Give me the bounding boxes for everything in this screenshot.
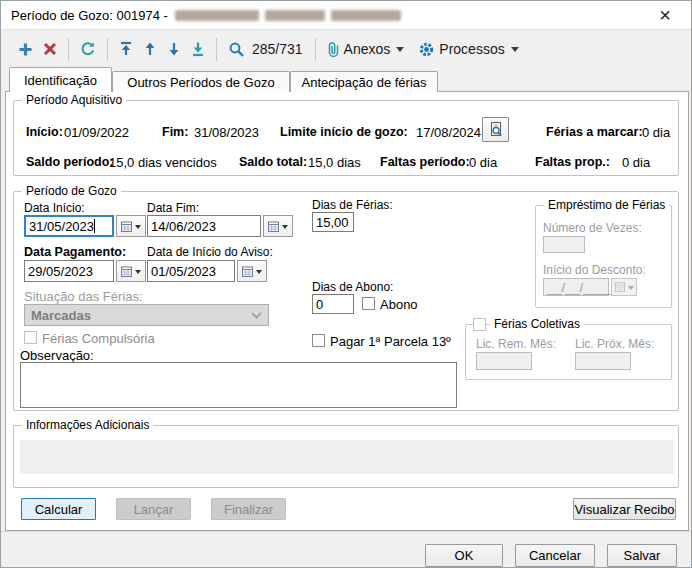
text-caret — [94, 219, 95, 233]
search-button[interactable] — [223, 36, 250, 62]
observacao-textarea[interactable] — [20, 362, 457, 408]
data-pagamento-field[interactable]: 29/05/2023 — [24, 260, 114, 282]
faltas-prop-label: Faltas prop.: — [535, 155, 610, 169]
finalizar-button: Finalizar — [211, 498, 286, 520]
dias-ferias-value: 15,00 — [316, 215, 349, 230]
processos-dropdown[interactable]: Processos — [413, 36, 527, 62]
data-fim-value: 14/06/2023 — [151, 219, 216, 234]
gear-icon — [418, 41, 435, 58]
salvar-button[interactable]: Salvar — [607, 544, 677, 567]
tab-outros-periodos[interactable]: Outros Períodos de Gozo — [112, 71, 290, 92]
data-inicio-label: Data Início: — [24, 201, 85, 215]
chevron-down-icon — [251, 312, 262, 319]
ferias-marcar-label: Férias a marcar: — [546, 125, 643, 139]
saldo-total-label: Saldo total: — [239, 155, 307, 169]
data-inicio-calendar-button[interactable] — [116, 215, 146, 237]
limite-gozo-label: Limite início de gozo: — [280, 125, 408, 139]
situacao-ferias-value: Marcadas — [31, 308, 91, 323]
delete-button[interactable] — [38, 36, 62, 62]
last-record-icon — [191, 41, 205, 57]
tab-identificacao[interactable]: Identificação — [9, 67, 112, 92]
cancelar-button[interactable]: Cancelar — [515, 544, 595, 567]
refresh-button[interactable] — [75, 36, 101, 62]
chevron-down-icon — [135, 225, 141, 232]
calendar-icon — [615, 282, 625, 292]
fim-value: 31/08/2023 — [194, 125, 259, 140]
next-record-button[interactable] — [162, 36, 186, 62]
inicio-desconto-calendar-button — [611, 278, 637, 296]
inicio-label: Início: — [26, 125, 63, 139]
data-pagamento-label: Data Pagamento: — [24, 245, 126, 259]
add-button[interactable] — [13, 36, 38, 62]
lic-prox-mes-field — [575, 352, 631, 370]
group-title: Período Aquisitivo — [22, 93, 126, 107]
dias-abono-field[interactable]: 0 — [312, 294, 354, 314]
close-button[interactable]: × — [653, 3, 677, 27]
calendar-icon — [121, 221, 132, 232]
lic-rem-mes-label: Lic. Rem. Mês: — [476, 337, 556, 351]
pagar-parcela-13-checkbox[interactable] — [312, 334, 325, 347]
saldo-periodo-label: Saldo período: — [26, 155, 114, 169]
toolbar-separator — [107, 38, 108, 61]
emprestimo-ferias-group: Empréstimo de Férias Número de Vezes: In… — [535, 205, 672, 308]
ok-button[interactable]: OK — [425, 544, 503, 567]
numero-vezes-label: Número de Vezes: — [543, 221, 642, 235]
saldo-periodo-value: 15,0 dias vencidos — [109, 155, 217, 170]
calendar-icon — [242, 266, 253, 277]
data-inicio-value: 31/05/2023 — [29, 219, 94, 234]
chevron-down-icon — [135, 270, 141, 277]
data-aviso-calendar-button[interactable] — [237, 260, 267, 282]
abono-checkbox[interactable] — [362, 297, 375, 310]
data-fim-calendar-button[interactable] — [263, 215, 293, 237]
data-inicio-field[interactable]: 31/05/2023 — [24, 215, 114, 237]
calendar-icon — [121, 266, 132, 277]
toolbar-separator — [315, 38, 316, 61]
previous-record-button[interactable] — [138, 36, 162, 62]
data-aviso-field[interactable]: 01/05/2023 — [147, 260, 235, 282]
refresh-icon — [80, 41, 96, 57]
data-fim-field[interactable]: 14/06/2023 — [147, 215, 261, 237]
data-pagamento-calendar-button[interactable] — [116, 260, 146, 282]
footer-bar: OK Cancelar Salvar — [1, 531, 691, 568]
previous-record-icon — [143, 41, 157, 57]
last-record-button[interactable] — [186, 36, 210, 62]
next-record-icon — [167, 41, 181, 57]
data-aviso-value: 01/05/2023 — [151, 264, 216, 279]
tab-strip: Identificação Outros Períodos de Gozo An… — [9, 67, 438, 92]
title-bar: Período de Gozo: 001974 - × — [1, 1, 691, 30]
chevron-down-icon — [256, 270, 262, 277]
limite-gozo-value: 17/08/2024 — [416, 125, 481, 140]
pagar-parcela-13-label: Pagar 1ª Parcela 13º — [330, 334, 451, 349]
processos-label: Processos — [439, 41, 504, 57]
document-magnifier-icon — [488, 121, 504, 138]
inicio-value: 01/09/2022 — [64, 125, 129, 140]
ferias-compulsoria-checkbox — [24, 331, 37, 344]
first-record-button[interactable] — [114, 36, 138, 62]
observacao-label: Observação: — [20, 348, 94, 363]
group-title: Informações Adicionais — [22, 418, 153, 432]
chevron-down-icon — [282, 225, 288, 232]
anexos-dropdown[interactable]: Anexos — [322, 36, 414, 62]
situacao-ferias-label: Situação das Férias: — [24, 289, 143, 304]
redacted-employee-name — [175, 10, 401, 21]
record-counter: 285/731 — [252, 41, 303, 57]
group-title: Período de Gozo — [22, 184, 121, 198]
chevron-down-icon — [396, 47, 404, 56]
periodo-aquisitivo-group: Período Aquisitivo Início: 01/09/2022 Fi… — [13, 100, 679, 176]
periodo-gozo-group: Período de Gozo Data Início: 31/05/2023 … — [13, 191, 679, 411]
search-icon — [228, 41, 245, 58]
ferias-marcar-value: 0 dia — [642, 125, 670, 140]
faltas-periodo-value: 0 dia — [469, 155, 497, 170]
numero-vezes-field — [543, 236, 585, 253]
delete-icon — [43, 42, 57, 56]
dias-ferias-field[interactable]: 15,00 — [312, 212, 354, 232]
visualizar-recibo-button[interactable]: Visualizar Recibo — [573, 498, 676, 520]
calcular-button[interactable]: Calcular — [21, 498, 96, 520]
ferias-coletivas-checkbox — [473, 318, 486, 331]
preview-limite-button[interactable] — [482, 117, 509, 142]
ferias-coletivas-group: Férias Coletivas Lic. Rem. Mês: Lic. Pró… — [465, 324, 672, 380]
group-title: Férias Coletivas — [490, 317, 584, 331]
saldo-total-value: 15,0 dias — [308, 155, 361, 170]
calendar-icon — [268, 221, 279, 232]
tab-antecipacao-ferias[interactable]: Antecipação de férias — [290, 71, 438, 92]
